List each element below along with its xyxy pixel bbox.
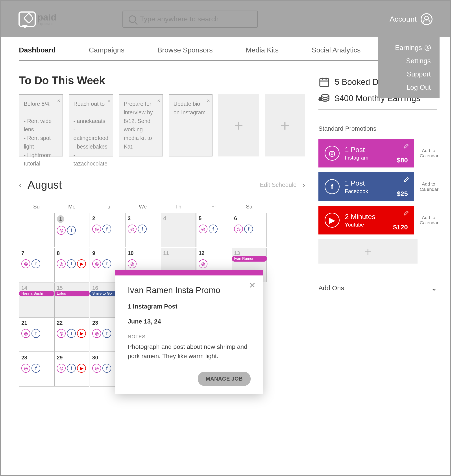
close-icon[interactable]: × (207, 96, 210, 105)
close-icon[interactable]: × (107, 96, 111, 105)
event-pill[interactable]: Lotus (55, 291, 90, 296)
todo-add-button[interactable]: + (218, 94, 259, 157)
promo-row: ▶ 2 MinutesYoutube $120 Add to Calendar (319, 206, 437, 235)
promo-add-button[interactable]: + (319, 239, 418, 264)
calendar-cell[interactable]: 15Lotus (54, 283, 89, 317)
facebook-icon: f (102, 259, 111, 268)
popover-subtitle: 1 Instagram Post (128, 303, 251, 310)
svg-text:$: $ (319, 97, 321, 101)
calendar-cell[interactable]: 6◎f (232, 213, 267, 247)
dropdown-earnings[interactable]: Earnings$ (378, 41, 439, 54)
calendar-cell[interactable]: 4 (161, 213, 196, 247)
edit-icon[interactable] (403, 210, 409, 216)
day-number: 15 (57, 285, 87, 291)
addons-toggle[interactable]: Add Ons ⌄ (319, 283, 437, 293)
logo-icon (19, 12, 36, 27)
todo-text: Update bio on Instagram. (174, 101, 207, 115)
day-number: 12 (199, 250, 229, 256)
todo-text: Prepare for interview by 8/12. Send work… (124, 101, 153, 150)
calendar-cell[interactable]: 8◎f▶ (54, 248, 89, 282)
promo-card-instagram[interactable]: ◎ 1 PostInstagram $80 (319, 139, 414, 167)
dropdown-logout[interactable]: Log Out (378, 81, 439, 94)
edit-icon[interactable] (403, 143, 409, 149)
calendar-cell[interactable]: 21◎f (19, 317, 54, 352)
dropdown-settings[interactable]: Settings (378, 54, 439, 68)
youtube-icon: ▶ (325, 213, 339, 228)
manage-job-button[interactable]: MANAGE JOB (198, 372, 251, 386)
avatar-icon (421, 13, 432, 25)
instagram-icon: ◎ (92, 329, 101, 338)
app-frame: paid exposure Type anywhere to search Ac… (0, 0, 451, 476)
edit-schedule-button[interactable]: Edit Schedule (260, 182, 297, 188)
popover-accent (115, 270, 263, 275)
close-icon[interactable]: × (157, 96, 160, 105)
calendar-cell[interactable]: 7◎f (19, 248, 54, 282)
event-pill[interactable]: Ivan Ramen (232, 256, 267, 262)
todo-add-button[interactable]: + (265, 94, 305, 157)
facebook-icon: f (67, 329, 76, 338)
tab-dashboard[interactable]: Dashboard (19, 46, 56, 60)
calendar-cell[interactable]: 5◎f (196, 213, 231, 247)
coins-icon: $ (319, 93, 330, 104)
promo-title: 2 Minutes (345, 213, 393, 221)
calendar-next-button[interactable]: › (302, 180, 305, 190)
facebook-icon: f (102, 364, 111, 373)
calendar-cell[interactable]: 2◎f (90, 213, 125, 247)
promo-card-facebook[interactable]: f 1 PostFacebook $25 (319, 172, 414, 201)
edit-icon[interactable] (403, 177, 409, 183)
weekday-label: Sa (232, 201, 267, 212)
chevron-down-icon: ⌄ (431, 283, 437, 293)
topbar: paid exposure Type anywhere to search Ac… (1, 1, 450, 37)
add-to-calendar-button[interactable]: Add to Calendar (420, 148, 437, 159)
facebook-icon: f (31, 364, 40, 373)
logo[interactable]: paid exposure (19, 12, 56, 27)
weekday-label: Tu (90, 201, 125, 212)
facebook-icon: f (102, 329, 111, 338)
event-pill[interactable]: Hanna Sushi (19, 291, 54, 296)
todo-title: To Do This Week (19, 74, 305, 87)
day-number: 21 (21, 320, 51, 326)
tab-media-kits[interactable]: Media Kits (246, 46, 279, 60)
tab-social-analytics[interactable]: Social Analytics (312, 46, 361, 60)
popover-notes: Photograph and post about new shrimp and… (128, 342, 251, 361)
calendar-cell[interactable]: 1◎f (54, 213, 89, 247)
todo-card[interactable]: ×Before 8/4: - Rent wide lens - Rent spo… (19, 94, 63, 157)
promo-platform: Instagram (345, 155, 397, 161)
tab-campaigns[interactable]: Campaigns (89, 46, 125, 60)
facebook-icon: f (67, 226, 76, 235)
calendar-cell[interactable]: 22◎f▶ (54, 317, 89, 352)
add-to-calendar-button[interactable]: Add to Calendar (420, 181, 437, 192)
svg-rect-0 (320, 79, 329, 86)
day-number: 10 (128, 250, 158, 256)
calendar-prev-button[interactable]: ‹ (19, 180, 22, 190)
promo-platform: Youtube (345, 222, 393, 228)
facebook-icon: f (31, 329, 40, 338)
search-input[interactable]: Type anywhere to search (122, 11, 258, 28)
calendar-cell[interactable]: 29◎f▶ (54, 352, 89, 387)
instagram-icon: ◎ (234, 225, 243, 233)
promo-title: 1 Post (345, 146, 397, 154)
instagram-icon: ◎ (92, 225, 101, 233)
calendar-cell[interactable]: 28◎f (19, 352, 54, 387)
day-number: 28 (21, 355, 51, 361)
add-to-calendar-button[interactable]: Add to Calendar (420, 215, 437, 225)
popover-date: June 13, 24 (128, 318, 251, 325)
account-menu-trigger[interactable]: Account (389, 13, 432, 25)
calendar-cell[interactable]: 3◎f (125, 213, 160, 247)
todo-card[interactable]: ×Update bio on Instagram. (169, 94, 213, 157)
logo-text: paid exposure (38, 13, 56, 25)
tab-browse-sponsors[interactable]: Browse Sponsors (157, 46, 213, 60)
close-icon[interactable]: × (57, 96, 60, 105)
todo-card[interactable]: ×Prepare for interview by 8/12. Send wor… (119, 94, 163, 157)
day-number: 8 (57, 250, 87, 256)
promo-card-youtube[interactable]: ▶ 2 MinutesYoutube $120 (319, 206, 414, 235)
svg-point-7 (321, 95, 329, 97)
youtube-icon: ▶ (77, 259, 86, 268)
calendar-cell[interactable]: 14Hanna Sushi (19, 283, 54, 317)
dropdown-support[interactable]: Support (378, 68, 439, 81)
close-icon[interactable]: × (249, 279, 256, 291)
todo-card[interactable]: ×Reach out to - annekaeats - eatingbirdf… (69, 94, 113, 157)
day-number: 3 (128, 215, 158, 222)
calendar-month: August (28, 178, 62, 191)
todo-row: ×Before 8/4: - Rent wide lens - Rent spo… (19, 94, 305, 157)
